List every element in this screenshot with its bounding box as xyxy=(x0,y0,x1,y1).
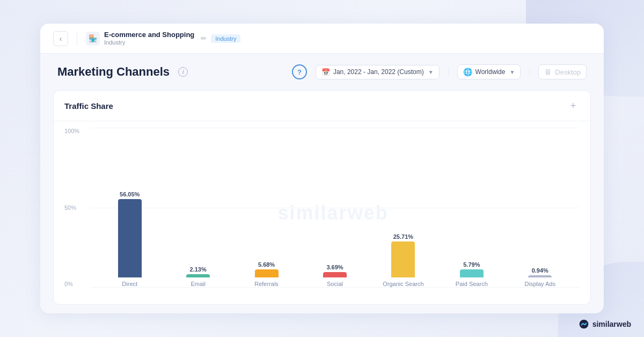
chart-header: Traffic Share + xyxy=(54,91,590,121)
filter-separator xyxy=(448,68,449,76)
help-button[interactable]: ? xyxy=(292,64,307,79)
bar-value-4: 25.71% xyxy=(393,233,413,240)
bar-3 xyxy=(323,272,347,277)
top-nav: ‹ 🏪 E-commerce and Shopping Industry ✏ I… xyxy=(40,24,604,54)
bar-4 xyxy=(391,241,415,277)
bar-2 xyxy=(255,269,279,277)
bar-wrapper-3: 3.69% xyxy=(301,128,369,277)
device-filter[interactable]: 🖥 Desktop xyxy=(538,64,587,79)
region-caret-icon: ▼ xyxy=(509,69,515,75)
bar-wrapper-4: 25.71% xyxy=(369,128,437,277)
bar-wrapper-2: 5.68% xyxy=(232,128,301,277)
nav-divider xyxy=(77,31,77,46)
y-axis: 100% 50% 0% xyxy=(64,128,79,287)
edit-icon[interactable]: ✏ xyxy=(201,34,207,42)
y-label-100: 100% xyxy=(64,128,79,134)
chart-title: Traffic Share xyxy=(64,101,113,111)
region-filter[interactable]: 🌐 Worldwide ▼ xyxy=(457,64,521,79)
bar-value-1: 2.13% xyxy=(190,266,207,273)
date-range-filter[interactable]: 📅 Jan, 2022 - Jan, 2022 (Custom) ▼ xyxy=(316,65,440,79)
bar-label-0: Direct xyxy=(122,281,137,287)
monitor-icon: 🖥 xyxy=(544,68,552,76)
brand-footer: similarweb xyxy=(579,319,631,329)
industry-text: E-commerce and Shopping Industry xyxy=(104,31,194,46)
bar-5 xyxy=(460,269,484,277)
calendar-icon: 📅 xyxy=(321,68,330,76)
industry-name: E-commerce and Shopping xyxy=(104,31,194,39)
bar-wrapper-0: 56.05% xyxy=(96,128,164,277)
bar-wrapper-5: 5.79% xyxy=(437,128,506,277)
chart-area: 100% 50% 0% 56.05%Direct2.13%Email5.68%R… xyxy=(64,128,580,300)
bar-6 xyxy=(528,275,552,277)
bar-value-0: 56.05% xyxy=(120,191,140,197)
filter-separator-2 xyxy=(529,68,530,76)
region-label: Worldwide xyxy=(475,68,506,76)
add-chart-button[interactable]: + xyxy=(567,99,580,112)
brand-name: similarweb xyxy=(592,320,631,328)
bar-label-5: Paid Search xyxy=(456,281,488,287)
bar-label-2: Referrals xyxy=(254,281,279,287)
bar-wrapper-1: 2.13% xyxy=(164,128,232,277)
industry-icon: 🏪 xyxy=(86,32,100,46)
bar-group-social: 3.69%Social xyxy=(301,128,369,287)
bar-1 xyxy=(186,274,210,277)
device-label: Desktop xyxy=(555,68,581,76)
bar-label-1: Email xyxy=(191,281,206,287)
info-icon[interactable]: i xyxy=(178,67,188,77)
bar-group-direct: 56.05%Direct xyxy=(96,128,164,287)
bar-label-4: Organic Search xyxy=(383,281,423,287)
nav-industry: 🏪 E-commerce and Shopping Industry ✏ Ind… xyxy=(86,31,240,46)
bar-group-paid-search: 5.79%Paid Search xyxy=(437,128,506,287)
y-label-0: 0% xyxy=(64,281,79,287)
date-caret-icon: ▼ xyxy=(428,69,434,75)
industry-sub: Industry xyxy=(104,39,194,46)
chart-body: similarweb 100% 50% 0% 56.05%Direct2.13%… xyxy=(54,121,590,304)
back-button[interactable]: ‹ xyxy=(53,31,68,46)
bar-group-referrals: 5.68%Referrals xyxy=(232,128,301,287)
chart-card: Traffic Share + similarweb 100% 50% 0% xyxy=(53,90,591,305)
page-header: Marketing Channels i ? 📅 Jan, 2022 - Jan… xyxy=(40,54,604,86)
bars-container: 56.05%Direct2.13%Email5.68%Referrals3.69… xyxy=(90,128,580,287)
y-label-50: 50% xyxy=(64,204,79,211)
date-range-label: Jan, 2022 - Jan, 2022 (Custom) xyxy=(333,68,424,76)
bar-group-email: 2.13%Email xyxy=(164,128,232,287)
bar-value-5: 5.79% xyxy=(463,261,480,268)
similarweb-logo-icon xyxy=(579,319,589,329)
grid-line-0 xyxy=(90,287,580,288)
content-area: Traffic Share + similarweb 100% 50% 0% xyxy=(40,86,604,313)
globe-icon: 🌐 xyxy=(463,68,472,76)
bar-value-6: 0.94% xyxy=(532,267,548,274)
page-title: Marketing Channels xyxy=(57,65,170,79)
main-container: ‹ 🏪 E-commerce and Shopping Industry ✏ I… xyxy=(40,24,604,313)
bar-group-organic-search: 25.71%Organic Search xyxy=(369,128,437,287)
bar-wrapper-6: 0.94% xyxy=(506,128,574,277)
industry-tag: Industry xyxy=(211,34,240,43)
bar-group-display-ads: 0.94%Display Ads xyxy=(506,128,574,287)
bar-value-2: 5.68% xyxy=(258,261,275,268)
bar-label-6: Display Ads xyxy=(525,281,555,287)
bar-value-3: 3.69% xyxy=(326,264,343,270)
bar-label-3: Social xyxy=(327,281,343,287)
bar-0 xyxy=(118,199,142,277)
